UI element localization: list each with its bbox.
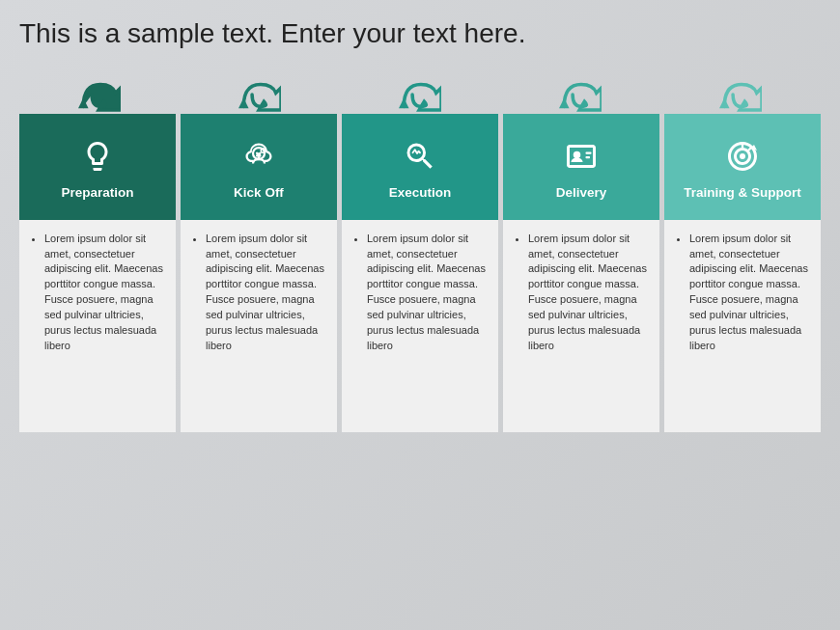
arrow-2 [180,71,340,114]
svg-marker-4 [719,97,730,108]
arrow-1 [19,71,180,114]
search-pulse-icon [399,135,441,178]
column-training-support: Training & Support Lorem ipsum dolor sit… [664,114,821,432]
svg-marker-3 [559,97,570,108]
arrow-3 [340,71,500,114]
col-header-training-support: Training & Support [664,114,821,220]
col-body-kickoff: Lorem ipsum dolor sit amet, consectetuer… [181,220,337,432]
svg-line-12 [747,148,751,151]
col-body-preparation: Lorem ipsum dolor sit amet, consectetuer… [19,220,176,432]
diagram-area: Preparation Lorem ipsum dolor sit amet, … [19,71,821,613]
col-header-execution: Execution [342,114,498,220]
col-title-execution: Execution [389,185,452,201]
col-title-kickoff: Kick Off [234,185,284,201]
col-title-delivery: Delivery [556,185,607,201]
svg-marker-1 [238,97,249,108]
col-header-preparation: Preparation [19,114,176,220]
id-card-icon [560,135,602,178]
arrows-row [19,71,821,114]
target-icon [721,135,764,178]
list-item: Lorem ipsum dolor sit amet, consectetuer… [689,232,811,355]
col-title-preparation: Preparation [61,185,133,201]
svg-point-10 [740,153,745,159]
column-preparation: Preparation Lorem ipsum dolor sit amet, … [19,114,176,432]
list-item: Lorem ipsum dolor sit amet, consectetuer… [367,232,489,355]
lightbulb-icon [76,135,119,178]
col-title-training-support: Training & Support [684,185,801,201]
list-item: Lorem ipsum dolor sit amet, consectetuer… [44,232,166,355]
list-item: Lorem ipsum dolor sit amet, consectetuer… [206,232,327,355]
arrow-4 [500,71,660,114]
list-item: Lorem ipsum dolor sit amet, consectetuer… [528,232,650,355]
svg-marker-2 [399,97,409,108]
column-kickoff: Kick Off Lorem ipsum dolor sit amet, con… [181,114,337,432]
head-gears-icon [238,135,280,178]
col-body-delivery: Lorem ipsum dolor sit amet, consectetuer… [503,220,659,432]
arrow-5 [660,71,821,114]
col-body-execution: Lorem ipsum dolor sit amet, consectetuer… [342,220,498,432]
svg-point-7 [574,151,581,158]
col-header-delivery: Delivery [503,114,659,220]
page: This is a sample text. Enter your text h… [0,0,840,630]
svg-rect-9 [586,156,591,158]
svg-rect-8 [586,151,592,153]
columns-row: Preparation Lorem ipsum dolor sit amet, … [19,114,821,432]
col-body-training-support: Lorem ipsum dolor sit amet, consectetuer… [664,220,821,432]
column-execution: Execution Lorem ipsum dolor sit amet, co… [342,114,498,432]
col-header-kickoff: Kick Off [181,114,337,220]
page-title: This is a sample text. Enter your text h… [19,17,821,50]
column-delivery: Delivery Lorem ipsum dolor sit amet, con… [503,114,659,432]
